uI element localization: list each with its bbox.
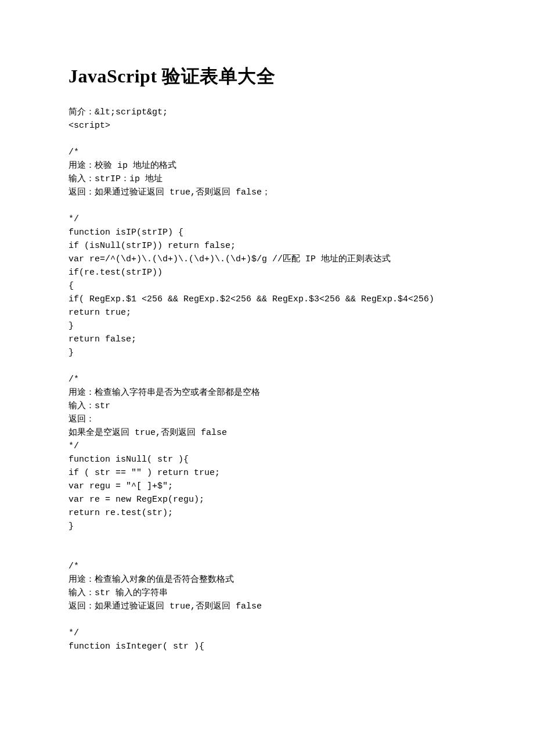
document-page: JavaScript 验证表单大全 简介：&lt;script&gt; <scr… [0, 0, 534, 688]
code-block: 简介：&lt;script&gt; <script> /* 用途：校验 ip 地… [68, 106, 466, 653]
document-title: JavaScript 验证表单大全 [68, 64, 466, 89]
